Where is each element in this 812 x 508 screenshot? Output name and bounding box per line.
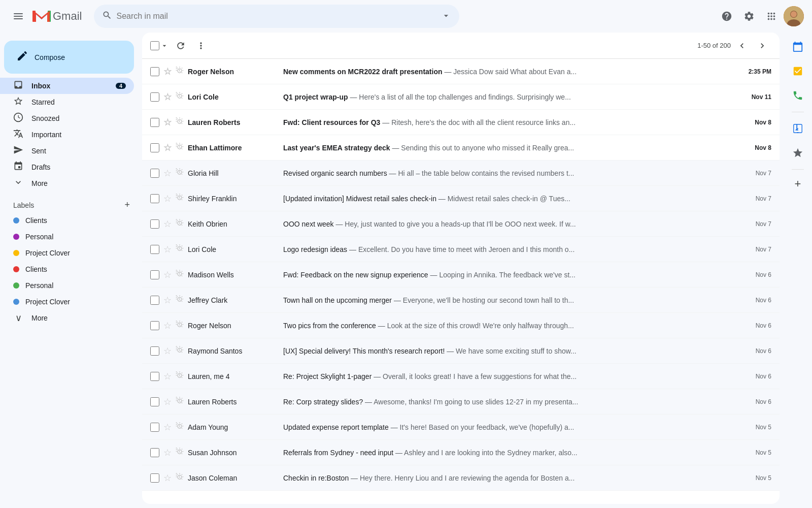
sidebar-item-sent[interactable]: Sent (0, 143, 134, 159)
sidebar-item-snoozed[interactable]: Snoozed (0, 110, 134, 126)
email-row[interactable]: ☆ Roger Nelson New comments on MCR2022 d… (142, 59, 780, 84)
prev-page-button[interactable] (733, 37, 751, 55)
calendar-icon[interactable] (788, 37, 808, 57)
star-button[interactable]: ☆ (163, 244, 172, 255)
star-button[interactable]: ☆ (163, 66, 172, 77)
star-button[interactable]: ☆ (163, 447, 172, 458)
email-row[interactable]: ☆ Madison Wells Fwd: Feedback on the new… (142, 262, 780, 288)
star-button[interactable]: ☆ (163, 345, 172, 357)
email-checkbox[interactable] (150, 169, 159, 178)
email-row[interactable]: ☆ Raymond Santos [UX] Special delivery! … (142, 338, 780, 364)
email-row[interactable]: ☆ Shirley Franklin [Updated invitation] … (142, 186, 780, 211)
star-button[interactable]: ☆ (163, 117, 172, 128)
search-input[interactable] (116, 12, 437, 21)
more-options-button[interactable] (192, 37, 210, 55)
email-checkbox[interactable] (150, 270, 159, 279)
label-item-clients2[interactable]: Clients (0, 261, 134, 277)
email-checkbox[interactable] (150, 397, 159, 406)
user-avatar[interactable] (784, 6, 804, 26)
email-row[interactable]: ☆ Ethan Lattimore Last year's EMEA strat… (142, 135, 780, 161)
star-button[interactable]: ☆ (163, 168, 172, 179)
snooze-button[interactable] (176, 219, 184, 229)
snooze-button[interactable] (176, 117, 184, 128)
snooze-button[interactable] (176, 67, 184, 77)
star-button[interactable]: ☆ (163, 218, 172, 230)
email-checkbox[interactable] (150, 346, 159, 356)
select-dropdown-button[interactable] (159, 37, 170, 55)
hamburger-menu[interactable] (8, 6, 28, 26)
email-checkbox[interactable] (150, 67, 159, 76)
star-button[interactable]: ☆ (163, 193, 172, 204)
snooze-button[interactable] (176, 397, 184, 407)
email-checkbox[interactable] (150, 372, 159, 381)
email-checkbox[interactable] (150, 423, 159, 432)
email-row[interactable]: ☆ Lori Cole Logo redesign ideas — Excell… (142, 237, 780, 262)
snooze-button[interactable] (176, 244, 184, 255)
email-checkbox[interactable] (150, 219, 159, 229)
sidebar-item-important[interactable]: Important (0, 126, 134, 143)
email-checkbox[interactable] (150, 143, 159, 152)
labels-more-item[interactable]: ∨ More (0, 310, 134, 326)
snooze-button[interactable] (176, 448, 184, 458)
snooze-button[interactable] (176, 422, 184, 432)
email-checkbox[interactable] (150, 245, 159, 254)
refresh-button[interactable] (172, 37, 190, 55)
email-row[interactable]: ☆ Adam Young Updated expense report temp… (142, 415, 780, 440)
apps-button[interactable] (761, 6, 782, 26)
label-item-personal1[interactable]: Personal (0, 229, 134, 245)
email-row[interactable]: ☆ Jason Coleman Checkin in re:Boston — H… (142, 465, 780, 491)
snooze-button[interactable] (176, 295, 184, 305)
label-item-clients1[interactable]: Clients (0, 212, 134, 229)
email-row[interactable]: ☆ Lauren, me 4 Re: Project Skylight 1-pa… (142, 364, 780, 389)
compose-button[interactable]: Compose (4, 41, 134, 74)
email-row[interactable]: ☆ Lauren Roberts Re: Corp strategy slide… (142, 389, 780, 415)
label-item-personal2[interactable]: Personal (0, 277, 134, 294)
snooze-button[interactable] (176, 371, 184, 382)
email-row[interactable]: ☆ Roger Nelson Two pics from the confere… (142, 313, 780, 338)
contacts-icon[interactable] (788, 85, 808, 106)
next-page-button[interactable] (753, 37, 771, 55)
add-app-button[interactable]: + (790, 176, 806, 192)
help-button[interactable] (717, 6, 737, 26)
star-button[interactable]: ☆ (163, 396, 172, 407)
snooze-button[interactable] (176, 92, 184, 102)
sidebar-item-more[interactable]: More (0, 175, 134, 192)
settings-button[interactable] (739, 6, 759, 26)
email-row[interactable]: ☆ Keith Obrien OOO next week — Hey, just… (142, 211, 780, 237)
star-button[interactable]: ☆ (163, 142, 172, 153)
email-checkbox[interactable] (150, 296, 159, 305)
snooze-button[interactable] (176, 168, 184, 178)
email-checkbox[interactable] (150, 118, 159, 127)
star-button[interactable]: ☆ (163, 320, 172, 331)
snooze-button[interactable] (176, 473, 184, 483)
tasks-icon[interactable] (788, 61, 808, 81)
email-checkbox[interactable] (150, 448, 159, 457)
email-row[interactable]: ☆ Lauren Roberts Fwd: Client resources f… (142, 110, 780, 135)
email-checkbox[interactable] (150, 321, 159, 330)
star-button[interactable]: ☆ (163, 371, 172, 382)
label-item-projectclover2[interactable]: Project Clover (0, 294, 134, 310)
email-checkbox[interactable] (150, 194, 159, 203)
star-apps-icon[interactable] (788, 143, 808, 163)
email-checkbox[interactable] (150, 92, 159, 102)
email-row[interactable]: ☆ Lori Cole Q1 project wrap-up — Here's … (142, 84, 780, 110)
star-button[interactable]: ☆ (163, 472, 172, 484)
search-dropdown-icon[interactable] (441, 11, 451, 22)
keep-icon[interactable] (788, 118, 808, 139)
search-inner[interactable] (94, 5, 459, 28)
select-all-checkbox[interactable] (150, 41, 159, 50)
email-row[interactable]: ☆ Gloria Hill Revised organic search num… (142, 161, 780, 186)
email-checkbox[interactable] (150, 473, 159, 483)
sidebar-item-inbox[interactable]: Inbox 4 (0, 78, 134, 94)
sidebar-item-drafts[interactable]: Drafts (0, 159, 134, 175)
email-row[interactable]: ☆ Jeffrey Clark Town hall on the upcomin… (142, 288, 780, 313)
star-button[interactable]: ☆ (163, 422, 172, 433)
snooze-button[interactable] (176, 143, 184, 153)
add-label-icon[interactable]: + (124, 200, 130, 210)
star-button[interactable]: ☆ (163, 91, 172, 103)
sidebar-item-starred[interactable]: Starred (0, 94, 134, 110)
email-row[interactable]: ☆ Susan Johnson Referrals from Sydney - … (142, 440, 780, 465)
snooze-button[interactable] (176, 194, 184, 204)
star-button[interactable]: ☆ (163, 295, 172, 306)
label-item-projectclover1[interactable]: Project Clover (0, 245, 134, 261)
